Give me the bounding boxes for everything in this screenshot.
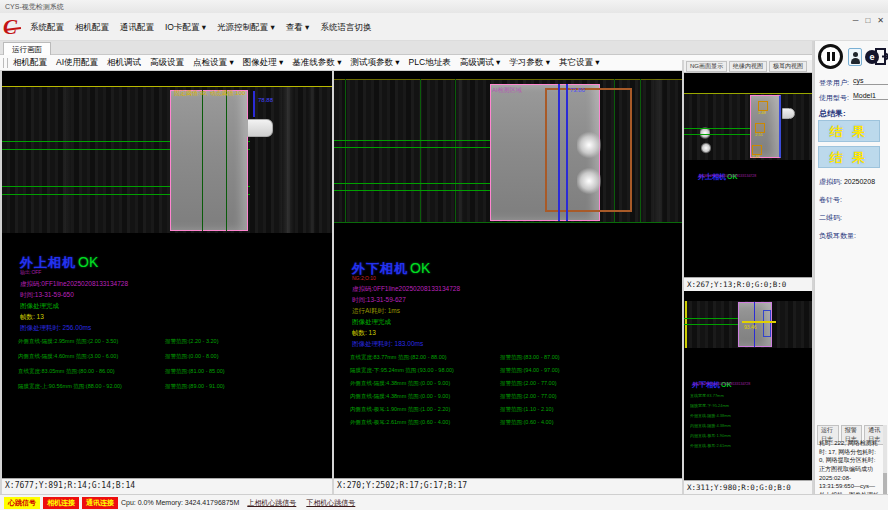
total-result-label: 总结果: [819,108,846,119]
virtual-code-value: 20250208 [844,178,875,185]
menu-camera-config[interactable]: 相机配置 [75,13,109,41]
process-elapsed: 图像处理耗时: 256.00ms [20,324,91,333]
camera-view-lower-outer[interactable]: AI检测区域 73.80 外下相机OK NG:2;O:10 虚拟码:0FF1li… [334,71,682,478]
tab-tab-view[interactable]: 极耳内视图 [769,61,807,72]
middle-view-statusbar: X:270;Y:2502;R:17;G:17;B:17 [334,478,682,494]
mini-measure-row: 外侧直线-极耳:2.61mm [690,443,731,448]
title-bar[interactable]: CYS-视觉检测系统 [0,0,888,13]
tool-camera-config[interactable]: 相机配置 [13,57,47,69]
threshold-label: 固定阈值:93, 动态阈值:100 [174,89,245,98]
result-indicator-2: 结 果 [818,146,880,168]
virtual-code: 虚拟码:0FF1line20250208133134728 [692,382,750,386]
battery-cell-region [170,90,248,231]
splitter[interactable] [332,71,334,494]
secondary-ng-view[interactable]: 93.46 外下相机OK 虚拟码:0FF1line202502081331347… [684,291,812,480]
tab-connector [247,119,273,137]
login-user-label: 登录用户: [819,78,849,88]
ng-display-view[interactable]: 2.48 2.51 2.46 外上相机OK 虚拟码:0FF1line202502… [684,73,812,277]
measurement-row: 直线宽度:83.05mm 范围:(80.00 - 86.00) 报警范围:(81… [2,368,332,378]
model-value: Model1 [853,92,888,100]
camera-image [684,94,812,160]
logout-button[interactable] [875,47,888,66]
upper-camera-heartbeat[interactable]: 上相机心跳信号 [247,498,296,508]
model-label: 使用型号: [819,93,849,103]
mini-measure-row: 直线宽度:83.77mm [690,393,724,398]
menu-comm-config[interactable]: 通讯配置 [120,13,154,41]
ok-badge: OK [410,260,430,276]
pause-icon [832,52,835,61]
process-done: 图像处理完成 [352,318,391,327]
maximize-icon[interactable]: □ [865,16,870,25]
tool-test-params[interactable]: 测试项参数 ▾ [350,57,399,69]
camera-connect-badge: 相机连接 [43,497,79,509]
comm-connect-badge: 通讯连接 [82,497,118,509]
measurement-row: 直线宽度:83.77mm 范围:(82.00 - 88.00) 报警范围:(83… [334,354,682,364]
weld-spot [577,131,601,159]
camera-image [2,87,332,233]
measurement-row: 内侧直线-隔膜:4.38mm 范围:(0.00 - 9.00) 报警范围:(2.… [334,393,682,403]
detect-label: 2.51 [755,132,763,137]
user-button[interactable] [848,48,862,66]
splitter[interactable] [0,71,2,494]
timestamp: 时间:13-31-59-650 [20,291,74,300]
menu-language-switch[interactable]: 系统语言切换 [320,13,371,41]
measurement-row: 隔膜宽度-下:95.24mm 范围:(93.00 - 98.00) 报警范围:(… [334,367,682,377]
logout-icon [875,47,888,66]
tool-spot-check[interactable]: 点检设置 ▾ [193,57,234,69]
qr-code-label: 二维码: [819,213,842,223]
weld-spot [577,167,601,195]
tool-plc-table[interactable]: PLC地址表 [409,57,451,69]
tool-ai-config[interactable]: AI使用配置 [56,57,98,69]
window-controls: ─ □ ✕ [853,16,884,25]
right-sidebar: e 登录用户: cys 使用型号: Model1 总结果: 结 果 结 果 虚拟… [814,41,888,510]
cpu-memory-text: Cpu: 0.0% Memory: 3424.41796875M [121,499,239,506]
measure-tag: 73.80 [570,87,585,93]
tab-strip: 运行画面 [0,41,888,55]
measurement-row: 外侧直线-隔膜:4.38mm 范围:(0.00 - 9.00) 报警范围:(2.… [334,380,682,390]
ng-view-statusbar: X:267;Y:13;R:0;G:0;B:0 [684,277,812,291]
left-view-statusbar: X:7677;Y:891;R:14;G:14;B:14 [2,478,332,494]
mini-measure-row: 隔膜宽度-下:95.24mm [690,403,729,408]
lower-camera-heartbeat[interactable]: 下相机心跳信号 [306,498,355,508]
ai-region-label: AI检测区域 [492,86,522,95]
close-icon[interactable]: ✕ [877,16,884,25]
tool-camera-debug[interactable]: 相机调试 [107,57,141,69]
tool-advanced-settings[interactable]: 高级设置 [150,57,184,69]
tool-advanced-debug[interactable]: 高级调试 ▾ [460,57,501,69]
menu-light-config[interactable]: 光源控制配置 ▾ [217,13,275,41]
measurement-row: 外侧直线-隔膜:2.95mm 范围:(2.00 - 3.50) 报警范围:(2.… [2,338,332,348]
measurement-row: 外侧直线-极耳:2.61mm 范围:(0.60 - 4.00) 报警范围:(0.… [334,419,682,429]
user-icon [853,52,858,57]
detect-box [763,310,771,337]
tab-ng-display[interactable]: NG画面显示 [686,61,727,72]
measure-line [253,91,255,117]
camera-view-upper-outer[interactable]: 固定阈值:93, 动态阈值:100 78.88 外上相机OK 输出:OFF 虚拟… [2,71,332,478]
virtual-code: 虚拟码:0FF1line20250208133134728 [352,285,460,294]
pause-button[interactable] [818,44,843,69]
detect-label: 2.46 [752,154,760,159]
result-indicator-1: 结 果 [818,120,880,142]
window-title: CYS-视觉检测系统 [5,3,64,10]
tool-image-process[interactable]: 图像处理 ▾ [243,57,284,69]
minimize-icon[interactable]: ─ [853,16,859,25]
log-scrollbar[interactable] [883,425,887,505]
tool-baseline-params[interactable]: 基准线参数 ▾ [292,57,341,69]
menu-view[interactable]: 查看 ▾ [286,13,310,41]
app-logo-icon: C [3,17,27,39]
status-bar: 心跳信号 相机连接 通讯连接 Cpu: 0.0% Memory: 3424.41… [0,494,888,510]
output-state: 输出:OFF [20,269,41,275]
neg-tab-count-label: 负极耳数量: [819,231,856,241]
menu-system-config[interactable]: 系统配置 [30,13,64,41]
mini-measure-row: 内侧直线-极耳:1.90mm [690,433,731,438]
ai-elapsed: 运行AI耗时: 1ms [352,307,400,316]
tool-learning-params[interactable]: 学习参数 ▾ [509,57,550,69]
tab-insulation-view[interactable]: 绝缘内视图 [729,61,767,72]
tab-run-screen[interactable]: 运行画面 [3,42,51,56]
menu-items: 系统配置 相机配置 通讯配置 IO卡配置 ▾ 光源控制配置 ▾ 查看 ▾ 系统语… [30,13,382,41]
mini-measure-row: 内侧直线-隔膜:4.38mm [690,423,731,428]
measurement-row: 内侧直线-隔膜:4.60mm 范围:(3.00 - 6.00) 报警范围:(0.… [2,353,332,363]
tool-other-settings[interactable]: 其它设置 ▾ [559,57,600,69]
measure-tag: 78.88 [258,97,273,103]
user-icon [851,58,860,64]
menu-io-config[interactable]: IO卡配置 ▾ [165,13,206,41]
